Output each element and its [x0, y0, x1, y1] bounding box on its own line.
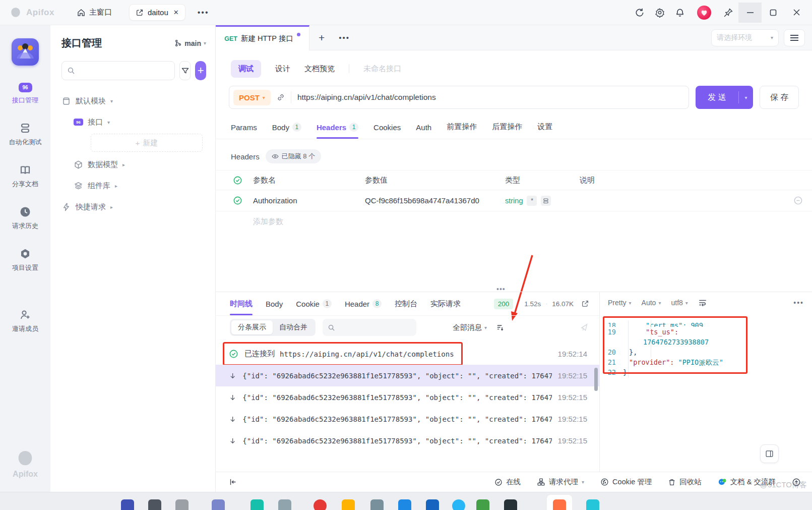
- taskbar-app-icon[interactable]: [586, 499, 599, 510]
- timeline-row-data[interactable]: {"id": "6926abad6c5232e963881f1e51778593…: [216, 386, 599, 408]
- tree-item-component-library[interactable]: 组件库 ▸: [61, 175, 206, 196]
- tab-timeline[interactable]: 时间线: [230, 292, 253, 315]
- tab-post-processors[interactable]: 后置操作: [492, 122, 522, 139]
- tab-debug[interactable]: 调试: [231, 60, 261, 78]
- close-tab-icon[interactable]: ✕: [173, 9, 179, 16]
- tab-headers[interactable]: Headers1: [317, 123, 358, 139]
- collapse-sidebar-button[interactable]: [229, 478, 237, 486]
- windows-taskbar[interactable]: [0, 492, 812, 510]
- taskbar-app-icon[interactable]: [504, 499, 517, 510]
- pin-button[interactable]: [718, 3, 738, 23]
- cookie-manager[interactable]: Cookie 管理: [600, 477, 652, 487]
- mode-select[interactable]: Auto▾: [642, 299, 661, 307]
- close-button[interactable]: [785, 3, 808, 23]
- taskbar-app-icon[interactable]: [553, 499, 566, 510]
- share-button[interactable]: [581, 300, 589, 308]
- taskbar-app-icon[interactable]: [212, 499, 225, 510]
- taskbar-app-icon[interactable]: [251, 499, 264, 510]
- param-type[interactable]: string: [505, 197, 523, 205]
- message-filter-select[interactable]: 全部消息 ▾: [453, 323, 487, 332]
- project-avatar[interactable]: [12, 38, 39, 66]
- taskbar-app-icon[interactable]: [426, 499, 439, 510]
- tab-more-button[interactable]: •••: [339, 33, 350, 42]
- taskbar-app-icon[interactable]: [342, 499, 355, 510]
- timeline-scrollbar[interactable]: [594, 368, 598, 391]
- timeline-row-connected[interactable]: 已连接到 https://aiping.cn/api/v1/chat/compl…: [216, 343, 599, 365]
- user-avatar[interactable]: [697, 6, 711, 20]
- timeline-row-data[interactable]: {"id": "6926abad6c5232e963881f1e51778593…: [216, 408, 599, 430]
- tab-params[interactable]: Params: [231, 123, 257, 139]
- save-button[interactable]: 保 存: [760, 86, 799, 109]
- sidebar-item-automated-testing[interactable]: 自动化测试: [9, 122, 42, 147]
- tree-search[interactable]: [61, 61, 175, 80]
- split-display-option[interactable]: 分条展示: [231, 320, 273, 334]
- sidebar-item-project-settings[interactable]: 项目设置: [12, 248, 38, 272]
- tab-resp-body[interactable]: Body: [266, 292, 283, 315]
- env-menu-button[interactable]: [784, 29, 805, 46]
- viewer-more-button[interactable]: •••: [793, 299, 804, 307]
- settings-button[interactable]: [650, 3, 670, 23]
- tree-search-input[interactable]: [78, 67, 169, 75]
- tab-body[interactable]: Body1: [272, 123, 301, 139]
- taskbar-app-icon[interactable]: [452, 499, 465, 510]
- taskbar-app-icon[interactable]: [148, 499, 161, 510]
- filter-button[interactable]: [179, 61, 191, 80]
- request-proxy-menu[interactable]: 请求代理 ▾: [537, 477, 584, 487]
- sidebar-item-request-history[interactable]: 请求历史: [12, 206, 38, 231]
- project-tab-daitou[interactable]: daitou ✕: [129, 4, 185, 21]
- notifications-button[interactable]: [670, 3, 690, 23]
- timeline-search-input[interactable]: [338, 323, 411, 331]
- add-api-button[interactable]: +: [195, 61, 206, 80]
- tab-cookies[interactable]: Cookies: [373, 123, 401, 139]
- timeline-row-data[interactable]: {"id": "6926abad6c5232e963881f1e51778593…: [216, 430, 599, 451]
- sidebar-item-share-docs[interactable]: 分享文档: [12, 164, 38, 189]
- link-icon[interactable]: [271, 93, 291, 102]
- branch-selector[interactable]: main ▾: [174, 39, 206, 47]
- timeline-row-data[interactable]: {"id": "6926abad6c5232e963881f1e51778593…: [216, 365, 599, 386]
- encoding-select[interactable]: utf8▾: [671, 299, 688, 307]
- new-api-button[interactable]: + 新建: [91, 134, 203, 152]
- tree-item-api-group[interactable]: 96 接口 ▾: [61, 111, 206, 133]
- header-row-authorization[interactable]: Authorization QC-f9c86f15b698a4747a41367…: [216, 190, 812, 211]
- main-window-tab[interactable]: 主窗口: [77, 8, 112, 17]
- tab-design[interactable]: 设计: [275, 64, 290, 74]
- sync-button[interactable]: [630, 3, 650, 23]
- taskbar-app-icon[interactable]: [175, 499, 189, 510]
- editor-tab-active[interactable]: GET 新建 HTTP 接口: [216, 25, 309, 50]
- taskbar-app-icon[interactable]: [121, 499, 134, 510]
- check-circle-icon[interactable]: [233, 196, 242, 205]
- tree-item-quick-request[interactable]: 快捷请求 ▸: [61, 196, 206, 217]
- tab-pre-processors[interactable]: 前置操作: [447, 122, 477, 139]
- wrap-button[interactable]: [698, 299, 707, 307]
- layout-toggle-button[interactable]: [760, 444, 779, 463]
- sort-button[interactable]: [496, 323, 505, 332]
- url-input[interactable]: [291, 93, 684, 102]
- param-value[interactable]: QC-f9c86f15b698a4747a41367d0: [365, 196, 505, 205]
- taskbar-app-icon[interactable]: [476, 499, 489, 510]
- taskbar-app-icon[interactable]: [398, 499, 411, 510]
- send-button[interactable]: 发 送 ▾: [696, 86, 753, 109]
- tab-resp-cookie[interactable]: Cookie1: [296, 292, 332, 315]
- add-param-button[interactable]: 添加参数: [216, 211, 812, 232]
- new-tab-button[interactable]: +: [319, 32, 325, 44]
- json-viewer[interactable]: 18 "cert_ms": 909, 19 "ts_us": 176476273…: [600, 320, 805, 377]
- tree-item-default-module[interactable]: 默认模块 ▾: [61, 90, 206, 111]
- tab-resp-header[interactable]: Header8: [345, 292, 382, 315]
- sidebar-item-invite-members[interactable]: 邀请成员: [12, 309, 38, 333]
- environment-select[interactable]: 请选择环境 ▾: [711, 29, 779, 46]
- remove-row-button[interactable]: [784, 196, 812, 205]
- tree-item-data-model[interactable]: 数据模型 ▸: [61, 154, 206, 175]
- check-circle-icon[interactable]: [233, 176, 242, 185]
- recycle-bin[interactable]: 回收站: [668, 477, 702, 487]
- tab-doc-preview[interactable]: 文档预览: [304, 64, 335, 74]
- taskbar-app-icon[interactable]: [314, 499, 327, 510]
- clear-icon[interactable]: [580, 323, 589, 332]
- mock-icon[interactable]: [541, 196, 551, 206]
- minimize-button[interactable]: [738, 3, 762, 23]
- param-name[interactable]: Authorization: [253, 196, 365, 205]
- tab-settings[interactable]: 设置: [537, 122, 552, 139]
- online-status[interactable]: 在线: [494, 477, 521, 487]
- taskbar-app-icon[interactable]: [370, 499, 384, 510]
- taskbar-app-icon[interactable]: [278, 499, 291, 510]
- tab-actual-request[interactable]: 实际请求: [430, 292, 461, 315]
